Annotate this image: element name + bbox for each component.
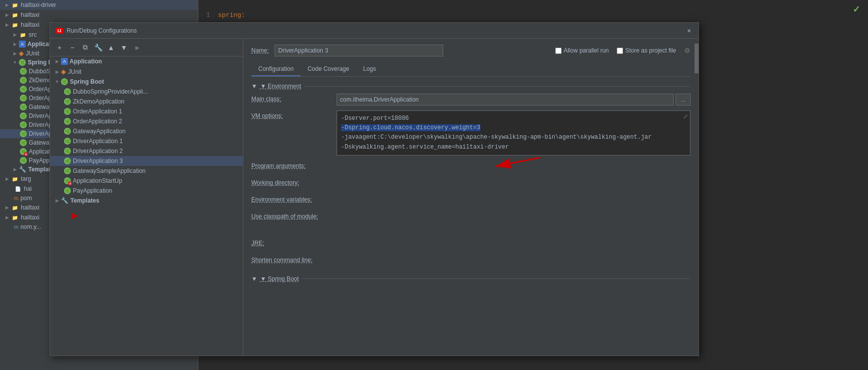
- spring-icon: 🌿: [64, 158, 71, 164]
- environment-section-line: [304, 86, 691, 87]
- tree-item-hailtaxi-driver[interactable]: ▶ 📁 hailtaxi-driver: [0, 0, 198, 10]
- arrow-icon: ▶: [4, 12, 10, 18]
- settings-gear-icon[interactable]: ⚙: [684, 47, 691, 54]
- dlg-tree-driver2[interactable]: 🌿 DriverApplication 2: [50, 146, 243, 156]
- dlg-label-zkdemo: ZkDemoApplication: [73, 98, 124, 105]
- env-variables-row: Environment variables:: [251, 194, 691, 206]
- allow-parallel-run-checkbox-item[interactable]: Allow parallel run: [555, 47, 609, 54]
- dlg-tree-order1[interactable]: 🌿 OrderApplication 1: [50, 106, 243, 116]
- move-down-config-button[interactable]: ▼: [118, 42, 129, 53]
- dialog-close-button[interactable]: ×: [686, 27, 693, 34]
- remove-config-button[interactable]: −: [67, 42, 78, 53]
- dlg-label-junit: JUnit: [68, 68, 81, 75]
- spring-error-icon: 🌿: [20, 148, 27, 155]
- program-arguments-label: Program arguments:: [251, 160, 331, 169]
- spring-icon: 🌿: [20, 86, 27, 93]
- classpath-input-container: [337, 211, 691, 223]
- dlg-tree-application[interactable]: ▶ A Application: [50, 56, 243, 66]
- junit-icon: ◆: [19, 50, 24, 57]
- dialog-scrollbar[interactable]: [694, 39, 698, 356]
- tree-label-hailtaxi4: hailtaxi: [21, 204, 39, 211]
- arrow-icon: ▶: [4, 22, 10, 28]
- spring-icon: 🌿: [64, 187, 71, 194]
- arrow-icon: ▶: [12, 51, 18, 56]
- arrow-icon: ▶: [54, 69, 60, 75]
- store-as-project-file-checkbox-item[interactable]: Store as project file: [617, 47, 676, 54]
- more-config-button[interactable]: »: [131, 42, 142, 53]
- dialog-content-area: + − ⧉ 🔧 ▲ ▼ » ▶ A Application ▶ ◆: [50, 39, 698, 356]
- dlg-tree-gateway[interactable]: 🌿 GatewayApplication: [50, 126, 243, 136]
- vm-line2: -Dspring.cloud.nacos.discovery.weight=3: [341, 123, 686, 133]
- tab-code-coverage[interactable]: Code Coverage: [300, 62, 356, 76]
- tab-configuration[interactable]: Configuration: [251, 62, 300, 76]
- dlg-label-templates: Templates: [70, 197, 99, 204]
- dlg-tree-order2[interactable]: 🌿 OrderApplication 2: [50, 116, 243, 126]
- environment-collapse-icon: ▼: [251, 83, 257, 90]
- dlg-tree-zkdemo[interactable]: 🌿 ZkDemoApplication: [50, 97, 243, 106]
- allow-parallel-run-checkbox[interactable]: [555, 48, 562, 54]
- spring-icon: 🌿: [64, 118, 71, 125]
- spring-icon: 🌿: [64, 88, 71, 95]
- spring-icon: 🌿: [64, 148, 71, 155]
- copy-config-button[interactable]: ⧉: [80, 42, 91, 53]
- jre-input-container: [337, 238, 691, 250]
- spring-icon: 🌿: [20, 112, 27, 119]
- dlg-tree-appstartup[interactable]: 🌿 ApplicationStartUp: [50, 176, 243, 186]
- config-tabs: Configuration Code Coverage Logs: [251, 62, 691, 77]
- dlg-label-order1: OrderApplication 1: [73, 108, 122, 115]
- dlg-label-application: Application: [69, 58, 102, 65]
- dialog-toolbar: + − ⧉ 🔧 ▲ ▼ »: [50, 39, 243, 56]
- settings-config-button[interactable]: 🔧: [93, 42, 104, 53]
- tree-label-src: src: [29, 31, 37, 38]
- name-input[interactable]: [275, 45, 443, 56]
- dlg-tree-springboot[interactable]: ▼ 🌿 Spring Boot: [50, 77, 243, 87]
- tree-label-hai: hai: [24, 185, 32, 192]
- tree-item-hailtaxi2[interactable]: ▶ 📁 hailtaxi: [0, 10, 198, 20]
- checkbox-group: Allow parallel run Store as project file…: [555, 47, 691, 54]
- spring-boot-icon: 🌿: [61, 78, 68, 85]
- main-class-input[interactable]: [337, 94, 674, 106]
- dlg-tree-templates[interactable]: ▶ 🔧 Templates: [50, 196, 243, 206]
- arrow-icon: ▶: [4, 205, 10, 211]
- run-debug-dialog: IJ Run/Debug Configurations × + − ⧉ 🔧 ▲ …: [50, 22, 699, 356]
- dlg-tree-driver1[interactable]: 🌿 DriverApplication 1: [50, 136, 243, 146]
- dlg-tree-junit[interactable]: ▶ ◆ JUnit: [50, 66, 243, 77]
- dlg-tree-dubbo[interactable]: 🌿 DubboSpringProviderAppli...: [50, 87, 243, 97]
- dialog-title-area: IJ Run/Debug Configurations: [56, 27, 137, 34]
- expand-textarea-icon[interactable]: ⤢: [683, 113, 688, 120]
- tree-label-nomy: nom.y...: [20, 223, 41, 230]
- vm-line3: -javaagent:C:\developer\skywalking\apach…: [341, 133, 686, 142]
- main-class-input-group: ...: [337, 94, 691, 106]
- move-up-config-button[interactable]: ▲: [106, 42, 116, 53]
- scrollbar-thumb[interactable]: [694, 44, 698, 73]
- environment-section-header[interactable]: ▼ ▼ Environment: [251, 83, 691, 90]
- dlg-tree-driver3[interactable]: 🌿 DriverApplication 3: [50, 156, 243, 166]
- springboot-section-collapse-icon: ▼: [251, 275, 257, 282]
- tree-label-hailtaxi2: hailtaxi: [21, 11, 39, 18]
- store-as-project-file-checkbox[interactable]: [617, 48, 623, 54]
- vm-options-row: VM options: -Dserver.port=18086 -Dspring…: [251, 110, 691, 156]
- dlg-tree-pay[interactable]: 🌿 PayApplication: [50, 186, 243, 196]
- arrow-icon: ▶: [54, 58, 60, 64]
- springboot-icon: 🌿: [19, 59, 26, 66]
- spring-icon: 🌿: [20, 104, 27, 110]
- dlg-tree-gateway-sample[interactable]: 🌿 GatewaySampleApplication: [50, 166, 243, 176]
- add-config-button[interactable]: +: [54, 42, 65, 53]
- classpath-row: Use classpath of module:: [251, 211, 691, 223]
- main-class-browse-button[interactable]: ...: [676, 94, 691, 106]
- folder-icon: 📁: [11, 11, 19, 19]
- springboot-section-header[interactable]: ▼ ▼ Spring Boot: [251, 275, 691, 282]
- classpath-label: Use classpath of module:: [251, 211, 331, 220]
- vm-line2-highlighted: -Dspring.cloud.nacos.discovery.weight=3: [341, 124, 480, 131]
- intellij-icon: IJ: [56, 28, 63, 34]
- shorten-cmdline-input-container: [337, 255, 691, 266]
- store-as-project-file-label: Store as project file: [625, 47, 676, 54]
- vm-line1: -Dserver.port=18086: [341, 114, 686, 123]
- vm-options-textarea[interactable]: -Dserver.port=18086 -Dspring.cloud.nacos…: [337, 110, 691, 156]
- tree-label-hailtaxi-driver: hailtaxi-driver: [21, 1, 56, 8]
- tab-logs[interactable]: Logs: [356, 62, 383, 76]
- dlg-label-appstartup: ApplicationStartUp: [73, 177, 122, 184]
- vm-options-label: VM options:: [251, 110, 331, 119]
- junit-icon: ◆: [61, 68, 66, 75]
- m-icon: m: [14, 195, 18, 201]
